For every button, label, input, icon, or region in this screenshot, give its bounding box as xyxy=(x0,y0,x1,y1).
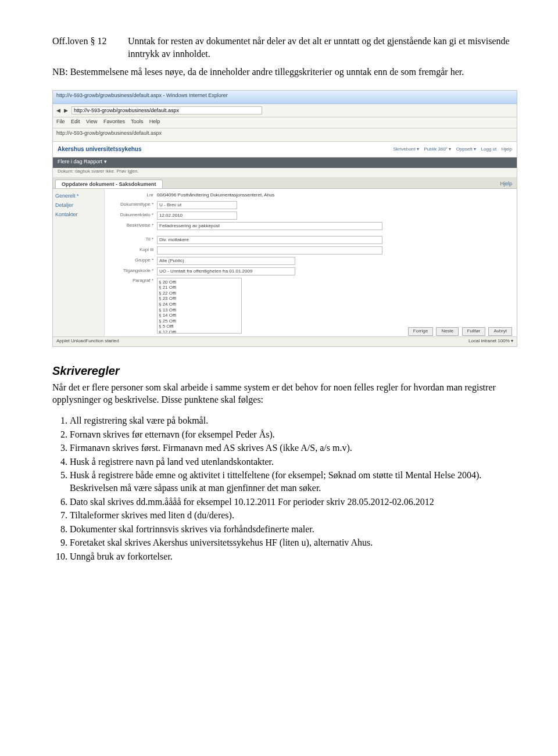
rule-item: Tiltaleformer skrives med liten d (du/de… xyxy=(70,509,517,522)
wizard-buttons: Forrige Neste Fullfør Avbryt xyxy=(406,327,512,336)
browser-tab[interactable]: http://v-593-growb/growbusiness/default.… xyxy=(53,128,517,142)
forward-icon[interactable]: ▶ xyxy=(64,107,68,114)
rule-item: Fornavn skrives før etternavn (for eksem… xyxy=(70,428,517,441)
link-skrivebord[interactable]: Skrivebord ▾ xyxy=(394,146,419,152)
dokdato-label: Dokumentdato * xyxy=(109,212,157,218)
skriveregler-intro: Når det er flere personer som skal arbei… xyxy=(52,381,517,406)
tilgang-label: Tilgangskode * xyxy=(109,268,157,274)
document-form: Lnr00/04096 Posthåndtering Dokumentasjon… xyxy=(105,189,517,340)
browser-addressbar: ◀ ▶ xyxy=(53,104,517,117)
gruppe-label: Gruppe * xyxy=(109,257,157,264)
doktype-select[interactable]: U - Brev ut xyxy=(157,201,237,209)
brand-logo: Akershus universitetssykehus xyxy=(58,145,142,153)
url-input[interactable] xyxy=(71,106,262,114)
paragraf-label: Paragraf * xyxy=(109,278,157,284)
rule-item: Dato skal skrives dd.mm.åååå for eksempe… xyxy=(70,496,517,508)
skriveregler-heading: Skriveregler xyxy=(52,363,517,379)
finish-button[interactable]: Fullfør xyxy=(462,327,486,336)
menu-help[interactable]: Help xyxy=(149,119,160,124)
rules-list: All registrering skal være på bokmål. Fo… xyxy=(70,414,517,563)
link-oppsett[interactable]: Oppsett ▾ xyxy=(456,146,476,152)
paragraf-listbox[interactable]: § 20 Offl § 21 Offl § 22 Offl § 23 Offl … xyxy=(157,278,242,334)
cancel-button[interactable]: Avbryt xyxy=(488,327,512,336)
link-hjelp[interactable]: Hjelp xyxy=(502,146,512,152)
rule-item: Unngå bruk av forkortelser. xyxy=(70,550,517,563)
rule-item: All registrering skal være på bokmål. xyxy=(70,414,517,427)
page-tabstrip: Oppdatere dokument - Saksdokument Hjelp xyxy=(53,178,517,189)
dark-navstrip: Flere i dag Rapport ▾ xyxy=(53,157,517,168)
tilgangskode-select[interactable]: UO - Unntatt fra offentligheten fra 01.0… xyxy=(157,267,295,275)
status-left: Applet UnloadFunction started xyxy=(56,338,119,345)
browser-statusbar: Applet UnloadFunction started Local intr… xyxy=(53,336,517,346)
doktype-label: Dokumenttype * xyxy=(109,202,157,208)
rule-item: Husk å registrere både emne og aktivitet… xyxy=(70,469,517,494)
menu-file[interactable]: File xyxy=(56,119,65,124)
embedded-app-screenshot: http://v-593-growb/growbusiness/default.… xyxy=(52,90,517,347)
menu-edit[interactable]: Edit xyxy=(71,119,80,124)
header-links: Skrivebord ▾ Publik 360° ▾ Oppsett ▾ Log… xyxy=(390,145,513,153)
status-right: Local intranet 100% ▾ xyxy=(468,338,513,345)
link-publik360[interactable]: Publik 360° ▾ xyxy=(424,146,451,152)
lnr-value: 00/04096 Posthåndtering Dokumentasjonsse… xyxy=(157,192,274,199)
kopi-label: Kopi til xyxy=(109,247,157,253)
gruppe-select[interactable]: Alle (Public) xyxy=(157,257,295,265)
window-titlebar: http://v-593-growb/growbusiness/default.… xyxy=(53,91,517,104)
law-reference: Off.loven § 12 xyxy=(52,35,128,60)
rule-item: Foretaket skal skrives Akershus universi… xyxy=(70,536,517,549)
nb-note: NB: Bestemmelsene må leses nøye, da de i… xyxy=(52,66,517,78)
til-input[interactable]: Div. mottakere xyxy=(157,236,382,244)
menu-tools[interactable]: Tools xyxy=(131,119,143,124)
exception-text: Unntak for resten av dokumentet når dele… xyxy=(128,35,517,60)
kopi-input[interactable] xyxy=(157,246,382,255)
side-kontakter[interactable]: Kontakter xyxy=(55,210,102,219)
next-button[interactable]: Neste xyxy=(436,327,459,336)
besk-label: Beskrivelse * xyxy=(109,223,157,229)
browser-menubar: File Edit View Favorites Tools Help xyxy=(53,117,517,128)
prev-button[interactable]: Forrige xyxy=(408,327,433,336)
form-sidebar: Generelt * Detaljer Kontakter xyxy=(53,189,105,340)
help-link[interactable]: Hjelp xyxy=(495,179,517,188)
link-loggut[interactable]: Logg ut xyxy=(481,146,497,152)
dokdato-input[interactable]: 12.02.2010 xyxy=(157,212,237,220)
status-message: Dokum: dagbok svarer ikke. Prøv igjen. xyxy=(53,168,517,178)
beskrivelse-input[interactable]: Feiladressering av pakkepost xyxy=(157,222,382,230)
law-exception-block: Off.loven § 12 Unntak for resten av doku… xyxy=(52,35,517,60)
menu-view[interactable]: View xyxy=(86,119,97,124)
til-label: Til * xyxy=(109,237,157,243)
app-header: Akershus universitetssykehus Skrivebord … xyxy=(53,142,517,157)
lnr-label: Lnr xyxy=(109,192,157,199)
rule-item: Dokumenter skal fortrinnsvis skrives via… xyxy=(70,523,517,536)
side-detaljer[interactable]: Detaljer xyxy=(55,200,102,210)
side-generelt[interactable]: Generelt * xyxy=(55,191,102,200)
menu-favorites[interactable]: Favorites xyxy=(103,119,125,124)
active-tab[interactable]: Oppdatere dokument - Saksdokument xyxy=(55,180,163,188)
rule-item: Firmanavn skrives først. Firmanavn med A… xyxy=(70,442,517,454)
back-icon[interactable]: ◀ xyxy=(56,107,60,114)
rule-item: Husk å registrere navn på land ved utenl… xyxy=(70,456,517,468)
